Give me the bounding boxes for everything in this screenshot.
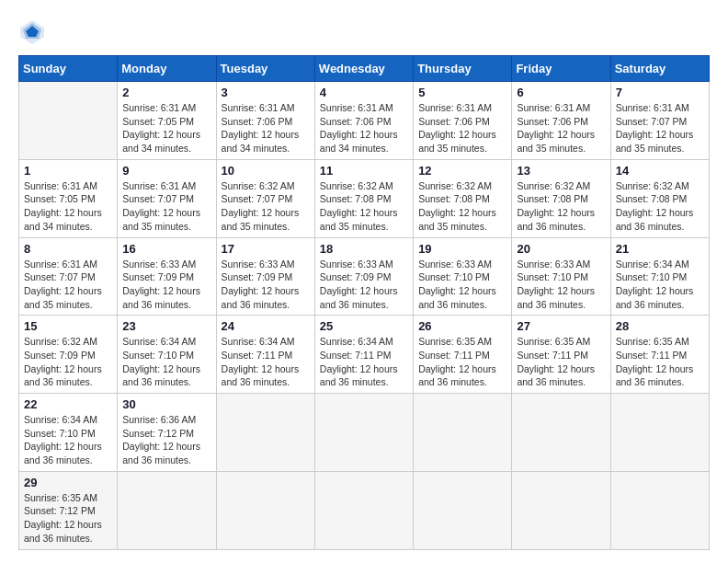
calendar-cell: 6 Sunrise: 6:31 AM Sunset: 7:06 PM Dayli…	[512, 82, 610, 160]
calendar-week-row: 8 Sunrise: 6:31 AM Sunset: 7:07 PM Dayli…	[19, 237, 710, 316]
day-info: Sunrise: 6:34 AM Sunset: 7:10 PM Dayligh…	[616, 258, 704, 312]
day-info: Sunrise: 6:33 AM Sunset: 7:09 PM Dayligh…	[222, 258, 310, 312]
day-info: Sunrise: 6:33 AM Sunset: 7:09 PM Dayligh…	[122, 258, 210, 312]
weekday-header-thursday: Thursday	[414, 56, 512, 82]
day-number: 10	[222, 164, 310, 178]
calendar-cell: 10 Sunrise: 6:32 AM Sunset: 7:07 PM Dayl…	[216, 159, 314, 237]
calendar-cell: 24 Sunrise: 6:34 AM Sunset: 7:11 PM Dayl…	[216, 316, 314, 394]
day-info: Sunrise: 6:32 AM Sunset: 7:08 PM Dayligh…	[320, 179, 408, 234]
calendar-cell	[414, 394, 512, 472]
day-number: 5	[418, 86, 506, 99]
day-number: 9	[122, 164, 210, 178]
calendar-cell: 4 Sunrise: 6:31 AM Sunset: 7:06 PM Dayli…	[314, 82, 413, 160]
calendar-cell: 11 Sunrise: 6:32 AM Sunset: 7:08 PM Dayl…	[314, 159, 413, 237]
calendar-table: SundayMondayTuesdayWednesdayThursdayFrid…	[18, 55, 710, 550]
weekday-header-tuesday: Tuesday	[216, 56, 314, 82]
calendar-cell: 22 Sunrise: 6:34 AM Sunset: 7:10 PM Dayl…	[19, 394, 118, 472]
calendar-cell: 13 Sunrise: 6:32 AM Sunset: 7:08 PM Dayl…	[512, 159, 610, 237]
calendar-week-row: 29 Sunrise: 6:35 AM Sunset: 7:12 PM Dayl…	[19, 471, 710, 549]
calendar-week-row: 15 Sunrise: 6:32 AM Sunset: 7:09 PM Dayl…	[19, 316, 710, 394]
weekday-header-monday: Monday	[118, 56, 216, 82]
calendar-cell: 5 Sunrise: 6:31 AM Sunset: 7:06 PM Dayli…	[414, 82, 512, 160]
calendar-cell	[610, 471, 709, 549]
calendar-cell: 18 Sunrise: 6:33 AM Sunset: 7:09 PM Dayl…	[314, 237, 413, 316]
weekday-header-wednesday: Wednesday	[314, 56, 413, 82]
calendar-cell: 29 Sunrise: 6:35 AM Sunset: 7:12 PM Dayl…	[19, 471, 118, 549]
day-info: Sunrise: 6:35 AM Sunset: 7:12 PM Dayligh…	[24, 491, 112, 546]
day-info: Sunrise: 6:35 AM Sunset: 7:11 PM Dayligh…	[517, 335, 605, 389]
day-number: 12	[418, 164, 506, 178]
weekday-header-friday: Friday	[512, 56, 610, 82]
calendar-week-row: 2 Sunrise: 6:31 AM Sunset: 7:05 PM Dayli…	[19, 82, 710, 160]
day-info: Sunrise: 6:31 AM Sunset: 7:06 PM Dayligh…	[517, 101, 605, 155]
day-info: Sunrise: 6:31 AM Sunset: 7:07 PM Dayligh…	[122, 179, 210, 234]
day-info: Sunrise: 6:31 AM Sunset: 7:05 PM Dayligh…	[24, 179, 112, 234]
page-header	[18, 18, 710, 46]
day-number: 27	[517, 319, 605, 333]
day-number: 2	[122, 86, 210, 99]
day-number: 29	[24, 476, 112, 489]
day-info: Sunrise: 6:34 AM Sunset: 7:10 PM Dayligh…	[122, 335, 210, 389]
day-info: Sunrise: 6:32 AM Sunset: 7:08 PM Dayligh…	[418, 179, 506, 234]
day-number: 25	[320, 319, 408, 333]
day-number: 26	[418, 319, 506, 333]
day-info: Sunrise: 6:33 AM Sunset: 7:09 PM Dayligh…	[320, 258, 408, 312]
day-info: Sunrise: 6:36 AM Sunset: 7:12 PM Dayligh…	[122, 413, 210, 467]
logo-icon	[18, 18, 46, 46]
day-number: 19	[418, 242, 506, 256]
calendar-cell	[216, 394, 314, 472]
day-number: 15	[24, 319, 112, 333]
calendar-cell: 12 Sunrise: 6:32 AM Sunset: 7:08 PM Dayl…	[414, 159, 512, 237]
day-number: 18	[320, 242, 408, 256]
day-number: 20	[517, 242, 605, 256]
calendar-cell	[118, 471, 216, 549]
day-number: 11	[320, 164, 408, 178]
day-number: 24	[222, 319, 310, 333]
day-number: 1	[24, 164, 112, 178]
calendar-cell: 27 Sunrise: 6:35 AM Sunset: 7:11 PM Dayl…	[512, 316, 610, 394]
calendar-cell: 26 Sunrise: 6:35 AM Sunset: 7:11 PM Dayl…	[414, 316, 512, 394]
calendar-cell: 15 Sunrise: 6:32 AM Sunset: 7:09 PM Dayl…	[19, 316, 118, 394]
day-info: Sunrise: 6:31 AM Sunset: 7:07 PM Dayligh…	[616, 101, 704, 155]
day-info: Sunrise: 6:31 AM Sunset: 7:05 PM Dayligh…	[122, 101, 210, 155]
day-info: Sunrise: 6:31 AM Sunset: 7:06 PM Dayligh…	[320, 101, 408, 155]
calendar-cell: 8 Sunrise: 6:31 AM Sunset: 7:07 PM Dayli…	[19, 237, 118, 316]
day-info: Sunrise: 6:34 AM Sunset: 7:11 PM Dayligh…	[222, 335, 310, 389]
calendar-week-row: 22 Sunrise: 6:34 AM Sunset: 7:10 PM Dayl…	[19, 394, 710, 472]
day-number: 30	[122, 397, 210, 411]
calendar-cell: 3 Sunrise: 6:31 AM Sunset: 7:06 PM Dayli…	[216, 82, 314, 160]
calendar-cell	[314, 471, 413, 549]
calendar-cell: 16 Sunrise: 6:33 AM Sunset: 7:09 PM Dayl…	[118, 237, 216, 316]
weekday-header-saturday: Saturday	[610, 56, 709, 82]
calendar-cell: 1 Sunrise: 6:31 AM Sunset: 7:05 PM Dayli…	[19, 159, 118, 237]
day-number: 14	[616, 164, 704, 178]
day-info: Sunrise: 6:33 AM Sunset: 7:10 PM Dayligh…	[418, 258, 506, 312]
day-number: 4	[320, 86, 408, 99]
weekday-header-sunday: Sunday	[19, 56, 118, 82]
day-info: Sunrise: 6:31 AM Sunset: 7:06 PM Dayligh…	[418, 101, 506, 155]
day-info: Sunrise: 6:32 AM Sunset: 7:07 PM Dayligh…	[222, 179, 310, 234]
calendar-cell	[610, 394, 709, 472]
day-number: 22	[24, 397, 112, 411]
calendar-cell: 19 Sunrise: 6:33 AM Sunset: 7:10 PM Dayl…	[414, 237, 512, 316]
calendar-cell	[216, 471, 314, 549]
day-info: Sunrise: 6:32 AM Sunset: 7:08 PM Dayligh…	[517, 179, 605, 234]
day-number: 21	[616, 242, 704, 256]
calendar-week-row: 1 Sunrise: 6:31 AM Sunset: 7:05 PM Dayli…	[19, 159, 710, 237]
day-info: Sunrise: 6:34 AM Sunset: 7:10 PM Dayligh…	[24, 413, 112, 467]
day-info: Sunrise: 6:34 AM Sunset: 7:11 PM Dayligh…	[320, 335, 408, 389]
calendar-cell: 30 Sunrise: 6:36 AM Sunset: 7:12 PM Dayl…	[118, 394, 216, 472]
calendar-cell: 7 Sunrise: 6:31 AM Sunset: 7:07 PM Dayli…	[610, 82, 709, 160]
day-info: Sunrise: 6:31 AM Sunset: 7:06 PM Dayligh…	[222, 101, 310, 155]
day-info: Sunrise: 6:32 AM Sunset: 7:08 PM Dayligh…	[616, 179, 704, 234]
day-info: Sunrise: 6:35 AM Sunset: 7:11 PM Dayligh…	[418, 335, 506, 389]
calendar-cell: 14 Sunrise: 6:32 AM Sunset: 7:08 PM Dayl…	[610, 159, 709, 237]
day-number: 8	[24, 242, 112, 256]
calendar-cell	[512, 471, 610, 549]
calendar-cell	[512, 394, 610, 472]
day-info: Sunrise: 6:31 AM Sunset: 7:07 PM Dayligh…	[24, 258, 112, 312]
calendar-cell: 28 Sunrise: 6:35 AM Sunset: 7:11 PM Dayl…	[610, 316, 709, 394]
day-number: 13	[517, 164, 605, 178]
day-number: 17	[222, 242, 310, 256]
day-number: 6	[517, 86, 605, 99]
